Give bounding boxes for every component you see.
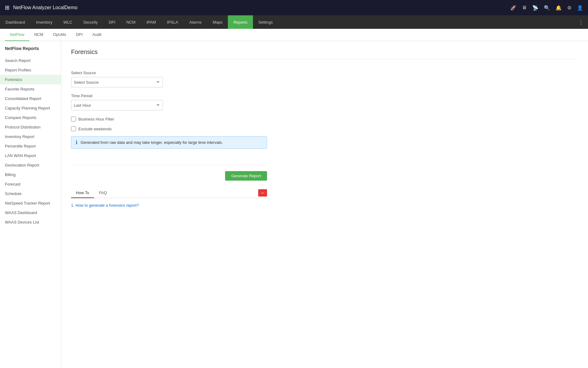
business-hour-filter-label[interactable]: Business Hour Filter (78, 117, 114, 121)
exclude-weekends-checkbox[interactable] (71, 126, 76, 131)
sidebar-schedule[interactable]: Schedule (0, 189, 61, 198)
search-icon[interactable]: 🔍 (544, 5, 550, 11)
bell-icon[interactable]: 🔔 (556, 5, 562, 11)
nav-ncm[interactable]: NCM (121, 15, 141, 29)
howto-content: 1. How to generate a forensics report? (71, 198, 578, 213)
subtab-oputils[interactable]: OpUtils (48, 29, 71, 41)
sidebar-forecast[interactable]: Forecast (0, 179, 61, 189)
sidebar-capacity-planning[interactable]: Capacity Planning Report (0, 103, 61, 113)
header-icons: 🚀 🖥 📡 🔍 🔔 ⚙ 👤 (510, 5, 583, 11)
collapse-button[interactable]: – (258, 189, 267, 197)
time-period-label: Time Period (71, 94, 578, 98)
nav-inventory[interactable]: Inventory (31, 15, 58, 29)
subtab-netflow[interactable]: NetFlow (5, 29, 29, 41)
business-hour-filter-checkbox[interactable] (71, 117, 76, 121)
sidebar-waas-dashboard[interactable]: WAAS Dashboard (0, 208, 61, 217)
page-title: Forensics (71, 48, 578, 59)
app-title: NetFlow Analyzer LocalDemo (13, 5, 510, 10)
sidebar-percentile-report[interactable]: Percentile Report (0, 141, 61, 151)
sidebar-protocol-distribution[interactable]: Protocol Distribution (0, 122, 61, 132)
sidebar-consolidated-report[interactable]: Consolidated Report (0, 94, 61, 103)
subtab-ncm[interactable]: NCM (29, 29, 48, 41)
sidebar-compare-reports[interactable]: Compare Reports (0, 113, 61, 122)
divider (71, 165, 267, 165)
sidebar-report-profiles[interactable]: Report Profiles (0, 65, 61, 75)
form-section: Select Source Select Source Time Period … (71, 66, 578, 159)
select-source-label: Select Source (71, 71, 578, 75)
info-box: ℹ Generated from raw data and may take l… (71, 136, 267, 149)
generate-report-button[interactable]: Generate Report (225, 171, 267, 181)
gear-icon[interactable]: ⚙ (567, 5, 571, 11)
nav-settings[interactable]: Settings (253, 15, 278, 29)
nav-dashboard[interactable]: Dashboard (0, 15, 31, 29)
select-source-dropdown[interactable]: Select Source (71, 77, 163, 87)
exclude-weekends-group: Exclude weekends (71, 126, 578, 131)
user-icon[interactable]: 👤 (577, 5, 583, 11)
info-icon: ℹ (76, 140, 77, 145)
sidebar-lanwan-report[interactable]: LAN WAN Report (0, 151, 61, 160)
exclude-weekends-label[interactable]: Exclude weekends (78, 127, 111, 131)
monitor-icon[interactable]: 🖥 (522, 5, 527, 10)
sidebar-forensics[interactable]: Forensics (0, 75, 61, 84)
nav-dpi[interactable]: DPI (103, 15, 121, 29)
sub-tabs: NetFlow NCM OpUtils DPI Audit (0, 29, 588, 41)
sidebar-waas-devices[interactable]: WAAS Devices List (0, 217, 61, 227)
antenna-icon[interactable]: 📡 (532, 5, 538, 11)
grid-icon[interactable]: ⊞ (5, 4, 9, 11)
rocket-icon[interactable]: 🚀 (510, 5, 516, 11)
sidebar-geolocation-report[interactable]: Geolocation Report (0, 160, 61, 170)
nav-wlc[interactable]: WLC (58, 15, 78, 29)
nav-ipam[interactable]: IPAM (141, 15, 161, 29)
nav-alarms[interactable]: Alarms (184, 15, 207, 29)
sidebar-netspeed-tracker[interactable]: NetSpeed Tracker Report (0, 198, 61, 208)
nav-more[interactable]: ⋮ (574, 15, 588, 29)
time-period-group: Time Period Last Hour Last Day Last Week (71, 94, 578, 110)
sidebar: NetFlow Reports Search Report Report Pro… (0, 41, 61, 368)
nav-maps[interactable]: Maps (207, 15, 228, 29)
nav-reports[interactable]: Reports (228, 15, 253, 29)
sidebar-search-report[interactable]: Search Report (0, 56, 61, 65)
main-layout: NetFlow Reports Search Report Report Pro… (0, 41, 588, 368)
nav-ipsla[interactable]: IPSLA (161, 15, 184, 29)
subtab-audit[interactable]: Audit (88, 29, 107, 41)
bottom-tab-faq[interactable]: FAQ (94, 188, 112, 198)
subtab-dpi[interactable]: DPI (71, 29, 88, 41)
sidebar-favorite-reports[interactable]: Favorite Reports (0, 84, 61, 94)
info-text: Generated from raw data and may take lon… (81, 140, 223, 145)
business-hour-filter-group: Business Hour Filter (71, 117, 578, 121)
sidebar-billing[interactable]: Billing (0, 170, 61, 179)
sidebar-title: NetFlow Reports (0, 46, 61, 56)
nav-security[interactable]: Security (78, 15, 103, 29)
generate-btn-row: Generate Report (71, 171, 267, 181)
select-source-group: Select Source Select Source (71, 71, 578, 87)
bottom-tabs: How To FAQ – (71, 188, 267, 198)
nav-bar: Dashboard Inventory WLC Security DPI NCM… (0, 15, 588, 29)
top-header: ⊞ NetFlow Analyzer LocalDemo 🚀 🖥 📡 🔍 🔔 ⚙… (0, 0, 588, 15)
time-period-dropdown[interactable]: Last Hour Last Day Last Week (71, 100, 163, 110)
bottom-tab-howto[interactable]: How To (71, 188, 94, 198)
sidebar-inventory-report[interactable]: Inventory Report (0, 132, 61, 141)
content-area: Forensics Select Source Select Source Ti… (61, 41, 588, 368)
howto-item-1[interactable]: 1. How to generate a forensics report? (71, 203, 578, 208)
